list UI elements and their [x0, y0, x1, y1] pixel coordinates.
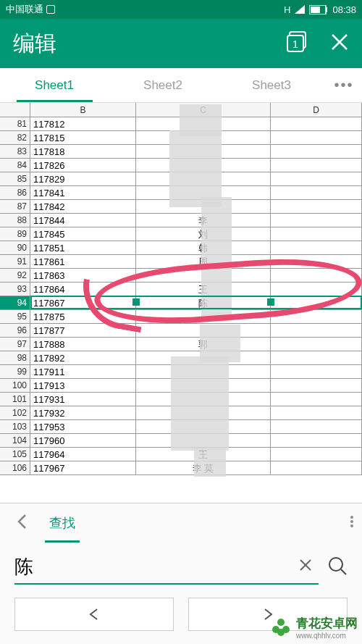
table-row[interactable]: 95117875	[0, 310, 362, 324]
table-row[interactable]: 90117851韩	[0, 241, 362, 255]
row-header[interactable]: 104	[0, 434, 30, 447]
table-row[interactable]: 97117888郭	[0, 338, 362, 351]
cell-b[interactable]: 117877	[30, 324, 136, 337]
cell-d[interactable]	[271, 186, 362, 199]
cell-d[interactable]	[271, 406, 362, 419]
cell-b[interactable]: 117913	[30, 379, 136, 392]
cell-c[interactable]: 陈	[136, 296, 271, 309]
cell-b[interactable]: 117818	[30, 145, 136, 158]
column-header-c[interactable]: C	[136, 103, 271, 117]
cell-b[interactable]: 117932	[30, 406, 136, 419]
cell-b[interactable]: 117892	[30, 351, 136, 364]
column-header-b[interactable]: B	[30, 103, 136, 117]
cell-c[interactable]	[136, 324, 271, 337]
row-header[interactable]: 99	[0, 365, 30, 378]
cell-c[interactable]	[136, 393, 271, 406]
table-row[interactable]: 84117826	[0, 159, 362, 172]
table-row[interactable]: 104117960	[0, 434, 362, 448]
cell-c[interactable]	[136, 351, 271, 364]
sheet-tab-3[interactable]: Sheet3	[217, 70, 326, 101]
cell-c[interactable]	[136, 131, 271, 144]
cell-c[interactable]: 王	[136, 283, 271, 296]
cell-c[interactable]: 郭	[136, 338, 271, 351]
row-header[interactable]: 97	[0, 338, 30, 351]
row-header[interactable]: 86	[0, 186, 30, 199]
cell-d[interactable]	[271, 117, 362, 130]
row-header[interactable]: 90	[0, 241, 30, 254]
window-switch-button[interactable]: 1	[287, 31, 308, 56]
table-row[interactable]: 105117964王	[0, 448, 362, 461]
cell-d[interactable]	[271, 461, 362, 474]
table-row[interactable]: 96117877	[0, 324, 362, 338]
cell-c[interactable]	[136, 200, 271, 213]
row-header[interactable]: 92	[0, 269, 30, 282]
cell-b[interactable]: 117888	[30, 338, 136, 351]
table-row[interactable]: 85117829	[0, 172, 362, 186]
cell-b[interactable]: 117964	[30, 448, 136, 461]
cell-c[interactable]	[136, 172, 271, 185]
table-row[interactable]: 87117842	[0, 200, 362, 214]
cell-b[interactable]: 117829	[30, 172, 136, 185]
cell-c[interactable]	[136, 269, 271, 282]
cell-d[interactable]	[271, 200, 362, 213]
cell-c[interactable]	[136, 420, 271, 433]
cell-d[interactable]	[271, 159, 362, 172]
table-row[interactable]: 91117861周	[0, 255, 362, 269]
select-all-corner[interactable]	[0, 103, 30, 117]
table-row[interactable]: 103117953	[0, 420, 362, 434]
cell-c[interactable]: 王	[136, 448, 271, 461]
cell-b[interactable]: 117953	[30, 420, 136, 433]
cell-b[interactable]: 117861	[30, 255, 136, 268]
table-row[interactable]: 102117932	[0, 406, 362, 420]
cell-c[interactable]: 韩	[136, 241, 271, 254]
row-header[interactable]: 82	[0, 131, 30, 144]
search-input[interactable]	[14, 556, 292, 578]
table-row[interactable]: 99117911	[0, 365, 362, 379]
cell-c[interactable]	[136, 310, 271, 323]
cell-c[interactable]	[136, 365, 271, 378]
cell-d[interactable]	[271, 296, 362, 309]
cell-c[interactable]	[136, 159, 271, 172]
spreadsheet-grid[interactable]: B C D 8111781282117815831178188411782685…	[0, 103, 362, 477]
close-button[interactable]	[330, 33, 349, 54]
row-header[interactable]: 103	[0, 420, 30, 433]
find-prev-button[interactable]	[14, 598, 174, 631]
cell-b[interactable]: 117845	[30, 227, 136, 241]
row-header[interactable]: 102	[0, 406, 30, 419]
column-header-d[interactable]: D	[271, 103, 362, 117]
row-header[interactable]: 89	[0, 227, 30, 241]
table-row[interactable]: 106117967李 莫	[0, 461, 362, 475]
cell-d[interactable]	[271, 241, 362, 254]
cell-d[interactable]	[271, 324, 362, 337]
table-row[interactable]: 100117913	[0, 379, 362, 393]
cell-d[interactable]	[271, 227, 362, 241]
cell-d[interactable]	[271, 365, 362, 378]
find-tab[interactable]: 查找	[45, 506, 80, 543]
cell-b[interactable]: 117911	[30, 365, 136, 378]
find-back-button[interactable]	[9, 514, 35, 534]
cell-c[interactable]: 李 莫	[136, 461, 271, 474]
cell-b[interactable]: 117864	[30, 283, 136, 296]
row-header[interactable]: 101	[0, 393, 30, 406]
sheet-tab-2[interactable]: Sheet2	[109, 70, 217, 101]
table-row[interactable]: 88117844李	[0, 214, 362, 227]
table-row[interactable]: 89117845刘	[0, 227, 362, 241]
sheet-tab-1[interactable]: Sheet1	[0, 70, 109, 101]
cell-d[interactable]	[271, 310, 362, 323]
cell-d[interactable]	[271, 338, 362, 351]
cell-c[interactable]: 李	[136, 214, 271, 227]
cell-c[interactable]	[136, 379, 271, 392]
cell-c[interactable]	[136, 117, 271, 130]
cell-d[interactable]	[271, 420, 362, 433]
row-header[interactable]: 94	[0, 296, 30, 309]
cell-d[interactable]	[271, 255, 362, 268]
cell-d[interactable]	[271, 434, 362, 447]
row-header[interactable]: 106	[0, 461, 30, 474]
table-row[interactable]: 98117892	[0, 351, 362, 365]
cell-b[interactable]: 117841	[30, 186, 136, 199]
row-header[interactable]: 83	[0, 145, 30, 158]
cell-c[interactable]	[136, 434, 271, 447]
cell-c[interactable]: 周	[136, 255, 271, 268]
cell-d[interactable]	[271, 351, 362, 364]
cell-b[interactable]: 117844	[30, 214, 136, 227]
